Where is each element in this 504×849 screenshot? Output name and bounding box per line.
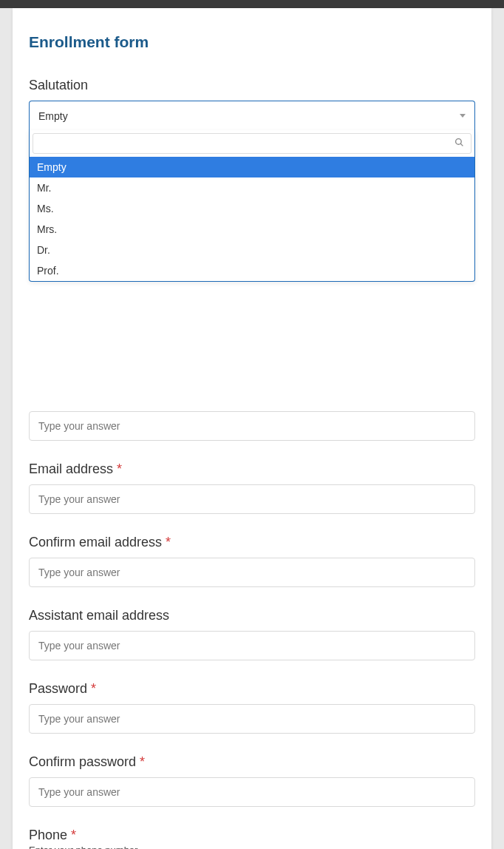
confirm-email-input[interactable] [29,558,475,587]
password-input[interactable] [29,704,475,734]
hidden-name-field [29,411,475,441]
assistant-email-field-group: Assistant email address [29,608,475,660]
top-dark-bar [0,0,504,8]
svg-point-0 [456,139,462,145]
salutation-option-mrs[interactable]: Mrs. [30,219,474,240]
email-input[interactable] [29,484,475,514]
confirm-password-input[interactable] [29,777,475,807]
phone-label: Phone * [29,828,475,843]
confirm-password-label: Confirm password * [29,754,475,770]
salutation-option-empty[interactable]: Empty [30,157,474,177]
salutation-option-ms[interactable]: Ms. [30,198,474,219]
email-field-group: Email address * [29,461,475,514]
salutation-selected: Empty [38,110,68,122]
assistant-email-input[interactable] [29,631,475,660]
hidden-name-input[interactable] [29,411,475,441]
password-field-group: Password * [29,681,475,734]
password-label: Password * [29,681,475,697]
confirm-password-field-group: Confirm password * [29,754,475,807]
salutation-select[interactable]: Empty [29,101,475,130]
phone-hint: Enter your phone number [29,845,475,849]
assistant-email-label: Assistant email address [29,608,475,623]
salutation-options-list: Empty Mr. Ms. Mrs. Dr. Prof. [30,157,474,281]
email-label: Email address * [29,461,475,477]
chevron-down-icon [460,114,466,118]
confirm-email-label: Confirm email address * [29,535,475,550]
salutation-field: Salutation Empty Empty Mr. [29,78,475,282]
svg-line-1 [460,143,463,146]
salutation-option-mr[interactable]: Mr. [30,177,474,198]
salutation-label: Salutation [29,78,475,93]
search-icon [454,137,464,150]
salutation-search-input[interactable] [33,133,471,154]
phone-field-group: Phone * Enter your phone number [29,828,475,849]
salutation-option-prof[interactable]: Prof. [30,260,474,281]
confirm-email-field-group: Confirm email address * [29,535,475,587]
salutation-dropdown: Empty Mr. Ms. Mrs. Dr. Prof. [29,130,475,282]
page-title: Enrollment form [29,33,475,51]
form-card: Enrollment form Salutation Empty Emp [13,8,491,849]
salutation-option-dr[interactable]: Dr. [30,240,474,260]
